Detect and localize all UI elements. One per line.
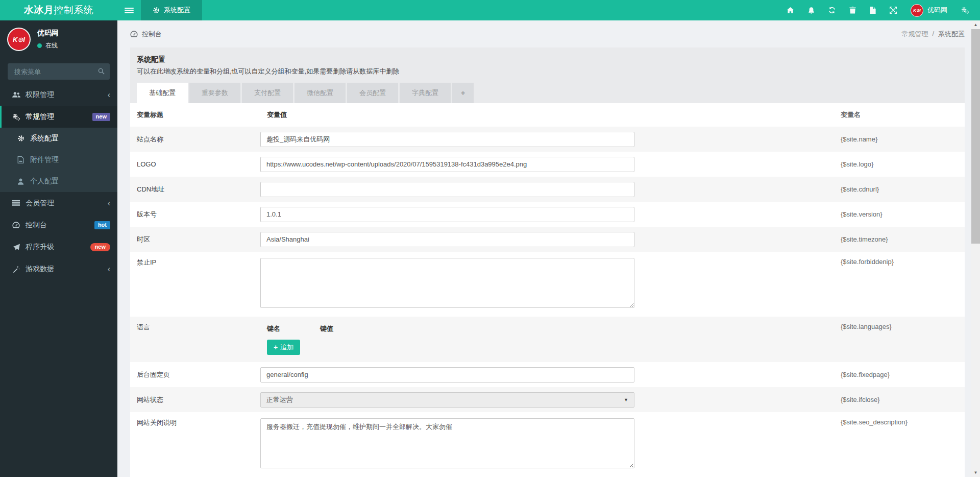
breadcrumb: 常规管理 / 系统配置 — [901, 30, 965, 39]
config-text-input[interactable] — [260, 132, 634, 147]
field-label: CDN地址 — [130, 185, 260, 194]
brand-logo[interactable]: 水冰月控制系统 — [0, 0, 117, 20]
scroll-down-button[interactable]: ▼ — [971, 468, 980, 477]
config-tab[interactable]: 微信配置 — [295, 83, 346, 103]
vertical-scrollbar[interactable]: ▲ ▼ — [971, 20, 980, 477]
config-text-input[interactable] — [260, 232, 634, 247]
bell-icon[interactable] — [808, 7, 815, 14]
section-title: 控制台 — [142, 30, 162, 39]
add-tab-button[interactable]: + — [452, 83, 474, 103]
variable-name: {$site.name} — [835, 135, 965, 143]
chevron-left-icon: ‹ — [108, 265, 110, 273]
sidebar-item-label: 程序升级 — [26, 243, 90, 252]
sidebar-item-label: 会员管理 — [26, 199, 108, 208]
config-row: 网站关闭说明服务器搬迁，充值提现勿催，维护期间一并全部解决。大家勿催{$site… — [130, 412, 965, 477]
sidebar-item-attachment[interactable]: 附件管理 — [0, 149, 117, 171]
refresh-icon[interactable] — [828, 7, 836, 14]
variable-name: {$site.seo_description} — [835, 418, 965, 426]
field-label: 版本号 — [130, 210, 260, 219]
field-label: 禁止IP — [130, 258, 260, 267]
config-tab[interactable]: 重要参数 — [189, 83, 240, 103]
config-row: CDN地址{$site.cdnurl} — [130, 177, 965, 202]
sidebar-search — [8, 63, 110, 80]
nav-tab-label: 系统配置 — [164, 6, 190, 15]
column-header: 变量名 — [835, 110, 965, 120]
sidebar-item-upgrade[interactable]: 程序升级new — [0, 236, 117, 258]
config-row: 时区{$site.timezone} — [130, 227, 965, 252]
column-header: 变量值 — [260, 110, 835, 120]
menu-toggle-button[interactable] — [117, 0, 141, 20]
sidebar-menu: 权限管理‹常规管理new系统配置附件管理个人配置会员管理‹控制台hot程序升级n… — [0, 84, 117, 280]
brand-bold: 水冰月 — [24, 4, 54, 17]
sidebar-item-label: 常规管理 — [26, 112, 92, 122]
key-name-header: 键名 — [267, 324, 320, 333]
menu-search-input[interactable] — [8, 63, 110, 80]
sidebar-item-gamedata[interactable]: 游戏数据‹ — [0, 258, 117, 280]
field-label: 网站状态 — [130, 395, 260, 404]
scroll-up-button[interactable]: ▲ — [971, 20, 980, 29]
dashboard-icon — [130, 31, 138, 37]
sidebar-item-label: 系统配置 — [30, 134, 110, 143]
config-text-input[interactable] — [260, 367, 634, 383]
navbar-actions: K⊙I 优码网 — [787, 0, 980, 20]
variable-name: {$site.languages} — [835, 323, 965, 330]
file-icon[interactable] — [870, 7, 876, 14]
variable-name: {$site.version} — [835, 210, 965, 218]
config-tab[interactable]: 会员配置 — [347, 83, 398, 103]
config-table: 变量标题变量值变量名站点名称{$site.name}LOGO{$site.log… — [130, 103, 965, 477]
scrollbar-thumb[interactable] — [971, 29, 980, 244]
magic-icon — [11, 266, 21, 273]
field-label: 语言 — [130, 323, 260, 332]
variable-name: {$site.logo} — [835, 160, 965, 168]
tab-system-config[interactable]: 系统配置 — [141, 0, 202, 20]
menu-badge: new — [92, 113, 110, 121]
field-label: 站点名称 — [130, 135, 260, 144]
main-content: 控制台 常规管理 / 系统配置 系统配置 可以在此增改系统的变量和分组,也可以自… — [117, 20, 971, 477]
sidebar-item-auth[interactable]: 权限管理‹ — [0, 84, 117, 106]
sidebar-item-profile[interactable]: 个人配置 — [0, 171, 117, 192]
menu-badge: hot — [94, 221, 110, 229]
cogs-icon[interactable] — [961, 7, 969, 14]
file-image-icon — [16, 156, 26, 163]
chevron-left-icon: ‹ — [108, 91, 110, 99]
home-icon[interactable] — [787, 7, 794, 14]
select-value: 正常运营 — [266, 395, 293, 404]
variable-name: {$site.timezone} — [835, 235, 965, 243]
status-select[interactable]: 正常运营▼ — [260, 392, 634, 408]
config-tab[interactable]: 字典配置 — [400, 83, 451, 103]
append-button[interactable]: +追加 — [267, 340, 300, 355]
trash-icon[interactable] — [849, 7, 856, 14]
sidebar-item-label: 个人配置 — [30, 177, 110, 186]
sidebar-item-label: 游戏数据 — [26, 265, 108, 274]
sidebar: K⊙I 优码网 在线 权限管理‹常规管理new系统配置附件管理个人配置会员管理‹… — [0, 20, 117, 477]
config-text-input[interactable] — [260, 182, 634, 197]
config-textarea[interactable]: 服务器搬迁，充值提现勿催，维护期间一并全部解决。大家勿催 — [260, 418, 634, 468]
panel-description: 可以在此增改系统的变量和分组,也可以自定义分组和变量,如果需要删除请从数据库中删… — [137, 67, 958, 76]
search-icon[interactable] — [98, 68, 105, 75]
dashboard-icon — [11, 222, 21, 228]
variable-name: {$site.cdnurl} — [835, 185, 965, 193]
user-menu[interactable]: K⊙I 优码网 — [911, 4, 947, 17]
config-textarea[interactable] — [260, 258, 634, 308]
caret-down-icon: ▼ — [624, 397, 628, 402]
sidebar-item-system-config[interactable]: 系统配置 — [0, 128, 117, 149]
breadcrumb-separator: / — [932, 30, 934, 39]
sidebar-item-general[interactable]: 常规管理new — [0, 106, 117, 128]
online-dot-icon — [37, 43, 42, 48]
config-tab[interactable]: 支付配置 — [242, 83, 293, 103]
sidebar-item-label: 权限管理 — [26, 90, 108, 100]
variable-name: {$site.ifclose} — [835, 396, 965, 403]
sidebar-item-member[interactable]: 会员管理‹ — [0, 192, 117, 214]
breadcrumb-current: 系统配置 — [938, 30, 965, 39]
config-tab[interactable]: 基础配置 — [137, 83, 188, 103]
menu-badge: new — [90, 243, 110, 251]
config-text-input[interactable] — [260, 207, 634, 222]
breadcrumb-parent[interactable]: 常规管理 — [901, 30, 928, 39]
fullscreen-icon[interactable] — [890, 7, 897, 14]
rocket-icon — [11, 244, 21, 251]
sidebar-item-dashboard[interactable]: 控制台hot — [0, 214, 117, 236]
config-text-input[interactable] — [260, 157, 634, 172]
brand-rest: 控制系统 — [54, 4, 93, 17]
config-row: 版本号{$site.version} — [130, 202, 965, 227]
content-header: 控制台 常规管理 / 系统配置 — [117, 20, 971, 47]
